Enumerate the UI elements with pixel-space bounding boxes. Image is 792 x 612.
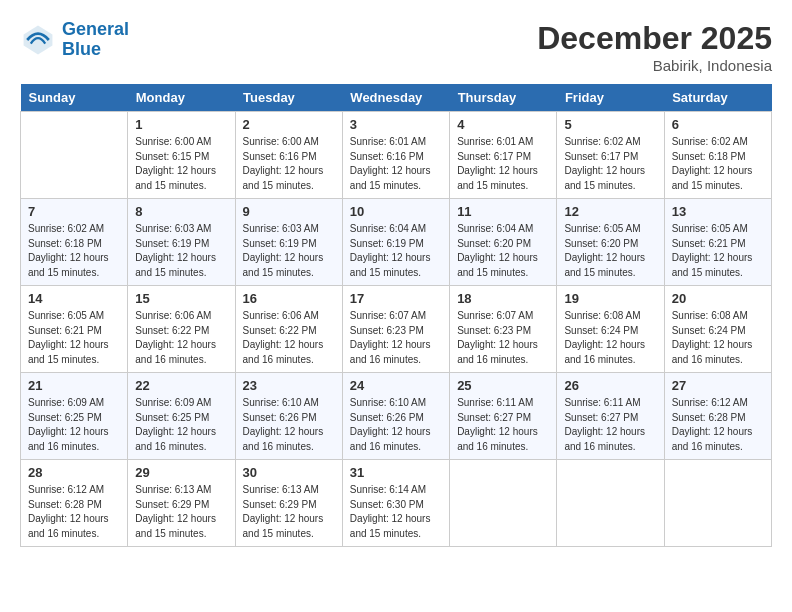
calendar-cell xyxy=(450,460,557,547)
cell-info: Sunrise: 6:13 AM Sunset: 6:29 PM Dayligh… xyxy=(135,483,227,541)
day-number: 26 xyxy=(564,378,656,393)
day-number: 5 xyxy=(564,117,656,132)
cell-info: Sunrise: 6:03 AM Sunset: 6:19 PM Dayligh… xyxy=(243,222,335,280)
day-number: 7 xyxy=(28,204,120,219)
cell-info: Sunrise: 6:07 AM Sunset: 6:23 PM Dayligh… xyxy=(350,309,442,367)
day-number: 17 xyxy=(350,291,442,306)
calendar-cell: 18Sunrise: 6:07 AM Sunset: 6:23 PM Dayli… xyxy=(450,286,557,373)
day-number: 12 xyxy=(564,204,656,219)
cell-info: Sunrise: 6:14 AM Sunset: 6:30 PM Dayligh… xyxy=(350,483,442,541)
cell-info: Sunrise: 6:07 AM Sunset: 6:23 PM Dayligh… xyxy=(457,309,549,367)
logo-icon xyxy=(20,22,56,58)
calendar-week-row: 21Sunrise: 6:09 AM Sunset: 6:25 PM Dayli… xyxy=(21,373,772,460)
logo-line1: General xyxy=(62,19,129,39)
calendar-cell: 5Sunrise: 6:02 AM Sunset: 6:17 PM Daylig… xyxy=(557,112,664,199)
day-number: 21 xyxy=(28,378,120,393)
cell-info: Sunrise: 6:04 AM Sunset: 6:19 PM Dayligh… xyxy=(350,222,442,280)
cell-info: Sunrise: 6:09 AM Sunset: 6:25 PM Dayligh… xyxy=(135,396,227,454)
cell-info: Sunrise: 6:12 AM Sunset: 6:28 PM Dayligh… xyxy=(672,396,764,454)
day-number: 13 xyxy=(672,204,764,219)
calendar-cell: 25Sunrise: 6:11 AM Sunset: 6:27 PM Dayli… xyxy=(450,373,557,460)
calendar-cell xyxy=(557,460,664,547)
cell-info: Sunrise: 6:01 AM Sunset: 6:17 PM Dayligh… xyxy=(457,135,549,193)
day-number: 30 xyxy=(243,465,335,480)
weekday-header-monday: Monday xyxy=(128,84,235,112)
cell-info: Sunrise: 6:06 AM Sunset: 6:22 PM Dayligh… xyxy=(243,309,335,367)
weekday-header-thursday: Thursday xyxy=(450,84,557,112)
cell-info: Sunrise: 6:00 AM Sunset: 6:16 PM Dayligh… xyxy=(243,135,335,193)
logo-text: General Blue xyxy=(62,20,129,60)
day-number: 14 xyxy=(28,291,120,306)
day-number: 18 xyxy=(457,291,549,306)
day-number: 19 xyxy=(564,291,656,306)
cell-info: Sunrise: 6:08 AM Sunset: 6:24 PM Dayligh… xyxy=(564,309,656,367)
calendar-cell: 4Sunrise: 6:01 AM Sunset: 6:17 PM Daylig… xyxy=(450,112,557,199)
day-number: 2 xyxy=(243,117,335,132)
cell-info: Sunrise: 6:03 AM Sunset: 6:19 PM Dayligh… xyxy=(135,222,227,280)
cell-info: Sunrise: 6:11 AM Sunset: 6:27 PM Dayligh… xyxy=(564,396,656,454)
weekday-header-tuesday: Tuesday xyxy=(235,84,342,112)
day-number: 15 xyxy=(135,291,227,306)
cell-info: Sunrise: 6:02 AM Sunset: 6:18 PM Dayligh… xyxy=(28,222,120,280)
calendar-cell: 28Sunrise: 6:12 AM Sunset: 6:28 PM Dayli… xyxy=(21,460,128,547)
weekday-header-sunday: Sunday xyxy=(21,84,128,112)
calendar-cell: 20Sunrise: 6:08 AM Sunset: 6:24 PM Dayli… xyxy=(664,286,771,373)
cell-info: Sunrise: 6:02 AM Sunset: 6:17 PM Dayligh… xyxy=(564,135,656,193)
calendar-cell: 22Sunrise: 6:09 AM Sunset: 6:25 PM Dayli… xyxy=(128,373,235,460)
calendar-cell xyxy=(21,112,128,199)
cell-info: Sunrise: 6:02 AM Sunset: 6:18 PM Dayligh… xyxy=(672,135,764,193)
day-number: 23 xyxy=(243,378,335,393)
calendar-cell: 9Sunrise: 6:03 AM Sunset: 6:19 PM Daylig… xyxy=(235,199,342,286)
calendar-cell: 12Sunrise: 6:05 AM Sunset: 6:20 PM Dayli… xyxy=(557,199,664,286)
day-number: 8 xyxy=(135,204,227,219)
day-number: 29 xyxy=(135,465,227,480)
cell-info: Sunrise: 6:13 AM Sunset: 6:29 PM Dayligh… xyxy=(243,483,335,541)
month-title: December 2025 xyxy=(537,20,772,57)
day-number: 1 xyxy=(135,117,227,132)
calendar-cell: 3Sunrise: 6:01 AM Sunset: 6:16 PM Daylig… xyxy=(342,112,449,199)
calendar-cell: 26Sunrise: 6:11 AM Sunset: 6:27 PM Dayli… xyxy=(557,373,664,460)
cell-info: Sunrise: 6:11 AM Sunset: 6:27 PM Dayligh… xyxy=(457,396,549,454)
page-header: General Blue December 2025 Babirik, Indo… xyxy=(20,20,772,74)
day-number: 27 xyxy=(672,378,764,393)
calendar-cell: 6Sunrise: 6:02 AM Sunset: 6:18 PM Daylig… xyxy=(664,112,771,199)
calendar-cell xyxy=(664,460,771,547)
calendar-cell: 31Sunrise: 6:14 AM Sunset: 6:30 PM Dayli… xyxy=(342,460,449,547)
cell-info: Sunrise: 6:04 AM Sunset: 6:20 PM Dayligh… xyxy=(457,222,549,280)
calendar-cell: 10Sunrise: 6:04 AM Sunset: 6:19 PM Dayli… xyxy=(342,199,449,286)
cell-info: Sunrise: 6:01 AM Sunset: 6:16 PM Dayligh… xyxy=(350,135,442,193)
calendar-cell: 1Sunrise: 6:00 AM Sunset: 6:15 PM Daylig… xyxy=(128,112,235,199)
calendar-week-row: 28Sunrise: 6:12 AM Sunset: 6:28 PM Dayli… xyxy=(21,460,772,547)
weekday-header-row: SundayMondayTuesdayWednesdayThursdayFrid… xyxy=(21,84,772,112)
calendar-week-row: 7Sunrise: 6:02 AM Sunset: 6:18 PM Daylig… xyxy=(21,199,772,286)
day-number: 25 xyxy=(457,378,549,393)
weekday-header-friday: Friday xyxy=(557,84,664,112)
day-number: 6 xyxy=(672,117,764,132)
calendar-cell: 16Sunrise: 6:06 AM Sunset: 6:22 PM Dayli… xyxy=(235,286,342,373)
cell-info: Sunrise: 6:05 AM Sunset: 6:21 PM Dayligh… xyxy=(672,222,764,280)
calendar-week-row: 1Sunrise: 6:00 AM Sunset: 6:15 PM Daylig… xyxy=(21,112,772,199)
weekday-header-wednesday: Wednesday xyxy=(342,84,449,112)
calendar-cell: 8Sunrise: 6:03 AM Sunset: 6:19 PM Daylig… xyxy=(128,199,235,286)
calendar-week-row: 14Sunrise: 6:05 AM Sunset: 6:21 PM Dayli… xyxy=(21,286,772,373)
calendar-cell: 2Sunrise: 6:00 AM Sunset: 6:16 PM Daylig… xyxy=(235,112,342,199)
calendar-cell: 23Sunrise: 6:10 AM Sunset: 6:26 PM Dayli… xyxy=(235,373,342,460)
logo: General Blue xyxy=(20,20,129,60)
calendar-cell: 29Sunrise: 6:13 AM Sunset: 6:29 PM Dayli… xyxy=(128,460,235,547)
day-number: 22 xyxy=(135,378,227,393)
day-number: 9 xyxy=(243,204,335,219)
cell-info: Sunrise: 6:09 AM Sunset: 6:25 PM Dayligh… xyxy=(28,396,120,454)
calendar-cell: 19Sunrise: 6:08 AM Sunset: 6:24 PM Dayli… xyxy=(557,286,664,373)
day-number: 31 xyxy=(350,465,442,480)
cell-info: Sunrise: 6:08 AM Sunset: 6:24 PM Dayligh… xyxy=(672,309,764,367)
day-number: 4 xyxy=(457,117,549,132)
calendar-cell: 21Sunrise: 6:09 AM Sunset: 6:25 PM Dayli… xyxy=(21,373,128,460)
day-number: 20 xyxy=(672,291,764,306)
day-number: 10 xyxy=(350,204,442,219)
day-number: 24 xyxy=(350,378,442,393)
cell-info: Sunrise: 6:05 AM Sunset: 6:21 PM Dayligh… xyxy=(28,309,120,367)
day-number: 16 xyxy=(243,291,335,306)
cell-info: Sunrise: 6:00 AM Sunset: 6:15 PM Dayligh… xyxy=(135,135,227,193)
cell-info: Sunrise: 6:05 AM Sunset: 6:20 PM Dayligh… xyxy=(564,222,656,280)
calendar-cell: 7Sunrise: 6:02 AM Sunset: 6:18 PM Daylig… xyxy=(21,199,128,286)
